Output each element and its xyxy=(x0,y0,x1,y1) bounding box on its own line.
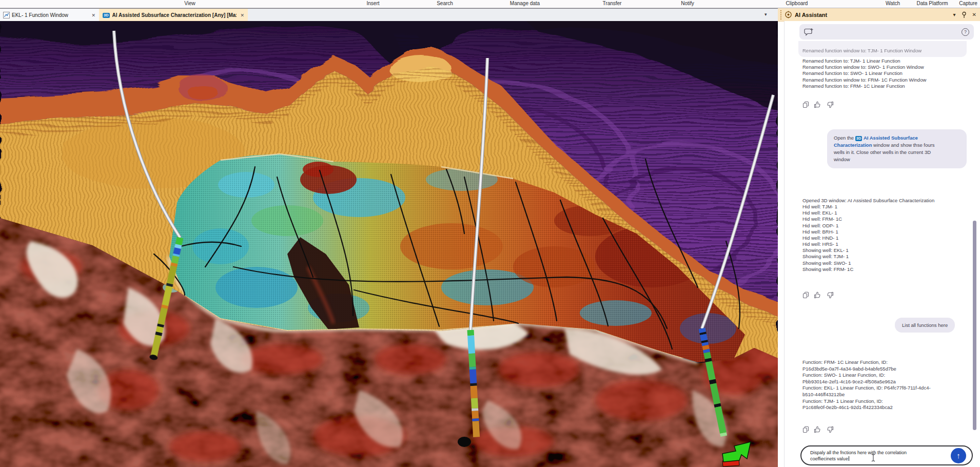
function-window-icon xyxy=(3,12,10,18)
message-actions xyxy=(802,291,834,299)
panel-collapse-icon[interactable]: ▾ xyxy=(953,12,956,17)
help-icon[interactable]: ? xyxy=(962,28,969,36)
menu-data-platform[interactable]: Data Platform xyxy=(916,1,948,6)
chat-scrollbar-thumb[interactable] xyxy=(973,221,976,430)
ai-assistant-icon xyxy=(785,11,792,18)
seismic-scene xyxy=(0,21,778,467)
ai-assistant-panel-header: AI Assistant ▾ ✕ xyxy=(778,8,980,22)
message-actions xyxy=(802,426,834,433)
menu-watch[interactable]: Watch xyxy=(886,1,900,6)
chat-toolbar: ? xyxy=(799,24,974,40)
ribbon-menu-bar: View Insert Search Manage data Transfer … xyxy=(0,0,980,8)
assistant-message-function-list: Function: FRM- 1C Linear Function, ID: P… xyxy=(802,359,931,411)
tab-label: AI Assisted Subsurface Characterization … xyxy=(112,12,237,18)
menu-insert[interactable]: Insert xyxy=(366,1,379,6)
send-button[interactable]: ↑ xyxy=(951,448,966,463)
clipped-message-line: Renamed function window to: TJM- 1 Funct… xyxy=(802,48,922,53)
3d-window-icon: 3D xyxy=(855,136,863,141)
chat-input-value: Dispaly all the fnctions here with the c… xyxy=(810,450,907,462)
3d-scene-canvas[interactable] xyxy=(0,21,778,467)
ibeam-cursor xyxy=(871,454,876,462)
window-tab-bar: EKL- 1 Function Window ✕ 3D AI Assisted … xyxy=(0,8,778,22)
tab-ai-assisted-subsurface-characterization[interactable]: 3D AI Assisted Subsurface Characterizati… xyxy=(99,9,248,22)
assistant-message-well-visibility-log: Opened 3D window: AI Assisted Subsurface… xyxy=(802,198,934,273)
panel-title: AI Assistant xyxy=(795,12,827,18)
user-message-open-3d-window: Open the 3D AI Assisted Subsurface Chara… xyxy=(827,129,967,168)
3d-window-icon: 3D xyxy=(103,13,110,18)
tab-ekl-1-function-window[interactable]: EKL- 1 Function Window ✕ xyxy=(0,9,100,22)
menu-capture[interactable]: Capture xyxy=(959,1,977,6)
thumbs-down-icon[interactable] xyxy=(826,101,834,108)
copy-icon[interactable] xyxy=(802,101,809,108)
menu-transfer[interactable]: Transfer xyxy=(603,1,622,6)
menu-search[interactable]: Search xyxy=(437,1,453,6)
tab-close-icon[interactable]: ✕ xyxy=(88,13,99,18)
menu-view[interactable]: View xyxy=(184,1,195,6)
assistant-message-rename-log: Renamed function to: TJM- 1 Linear Funct… xyxy=(802,58,926,89)
text-caret xyxy=(849,456,849,461)
tab-label: EKL- 1 Function Window xyxy=(12,12,68,18)
user-message-list-functions: List all functions here xyxy=(895,318,955,333)
thumbs-down-icon[interactable] xyxy=(826,426,834,433)
tab-close-icon[interactable]: ✕ xyxy=(237,13,248,18)
menu-manage-data[interactable]: Manage data xyxy=(510,1,540,6)
menu-clipboard[interactable]: Clipboard xyxy=(786,1,808,6)
thumbs-up-icon[interactable] xyxy=(814,101,821,108)
chat-input[interactable]: Dispaly all the fnctions here with the c… xyxy=(800,445,973,465)
copy-icon[interactable] xyxy=(802,426,809,433)
panel-close-icon[interactable]: ✕ xyxy=(972,12,976,17)
panel-drag-handle[interactable] xyxy=(780,10,781,20)
new-chat-icon[interactable] xyxy=(804,28,814,36)
thumbs-up-icon[interactable] xyxy=(814,426,821,433)
menu-notify[interactable]: Notify xyxy=(681,1,694,6)
message-actions xyxy=(802,101,834,108)
copy-icon[interactable] xyxy=(802,291,809,299)
thumbs-down-icon[interactable] xyxy=(826,291,834,299)
thumbs-up-icon[interactable] xyxy=(814,291,821,299)
tab-overflow-chevron-icon[interactable]: ▾ xyxy=(765,12,767,17)
pin-icon[interactable] xyxy=(962,11,967,18)
application-window: { "menu": {"items": ["View","Insert","Se… xyxy=(0,0,980,467)
assistant-message-clipped: Renamed function window to: TJM- 1 Funct… xyxy=(798,41,967,57)
